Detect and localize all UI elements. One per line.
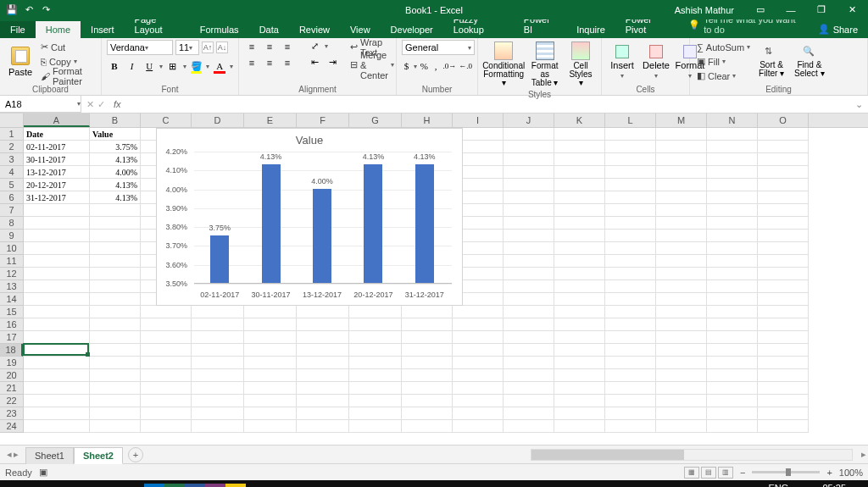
cell[interactable] (402, 306, 453, 318)
cell[interactable] (192, 420, 244, 433)
cell[interactable] (504, 395, 554, 407)
delete-cells-button[interactable]: Delete▾ (641, 40, 671, 84)
number-format-select[interactable]: General▾ (402, 40, 475, 55)
redo-icon[interactable]: ↷ (41, 5, 51, 15)
cell[interactable] (605, 191, 656, 204)
cell[interactable] (605, 369, 656, 382)
macro-record-icon[interactable]: ▣ (39, 467, 47, 478)
cell[interactable] (707, 268, 758, 280)
cell[interactable] (402, 331, 453, 344)
cell[interactable] (349, 331, 402, 344)
font-color-button[interactable]: A (212, 58, 227, 74)
cell[interactable] (24, 318, 90, 331)
column-header-A[interactable]: A (24, 113, 90, 127)
align-center-button[interactable]: ≡ (262, 56, 277, 69)
cell[interactable] (504, 357, 554, 369)
row-header-17[interactable]: 17 (0, 331, 23, 344)
cell[interactable] (402, 382, 453, 395)
spreadsheet-grid[interactable]: ABCDEFGHIJKLMNO 123456789101112131415161… (0, 113, 868, 445)
cell[interactable] (141, 344, 192, 357)
word-icon[interactable]: W (185, 484, 205, 487)
cell[interactable] (90, 369, 141, 382)
cell[interactable] (24, 420, 90, 433)
cell[interactable] (90, 357, 141, 369)
cell[interactable] (656, 407, 707, 420)
row-header-20[interactable]: 20 (0, 369, 23, 382)
cell[interactable] (90, 407, 141, 420)
decrease-decimal-button[interactable]: ←.0 (459, 58, 472, 74)
cell[interactable] (605, 128, 656, 141)
undo-icon[interactable]: ↶ (24, 5, 34, 15)
cell[interactable] (297, 420, 349, 433)
table-cell[interactable]: 31-12-2017 (24, 191, 90, 204)
cell[interactable] (656, 230, 707, 242)
fx-icon[interactable]: fx (110, 99, 125, 109)
cell[interactable] (707, 293, 758, 306)
cell[interactable] (504, 331, 554, 344)
cell[interactable] (349, 420, 402, 433)
cancel-formula-icon[interactable]: ✕ (86, 99, 94, 110)
cell[interactable] (24, 382, 90, 395)
cell[interactable] (453, 407, 504, 420)
table-cell[interactable]: 4.13% (90, 179, 141, 191)
sheet-tab-sheet1[interactable]: Sheet1 (25, 447, 74, 464)
cell[interactable] (192, 382, 244, 395)
cell[interactable] (707, 344, 758, 357)
cell[interactable] (192, 306, 244, 318)
cell[interactable] (349, 306, 402, 318)
shrink-font-button[interactable]: A↓ (216, 42, 228, 53)
cell[interactable] (297, 395, 349, 407)
cell[interactable] (90, 268, 141, 280)
close-icon[interactable]: ✕ (839, 0, 865, 19)
table-cell[interactable]: 02-11-2017 (24, 141, 90, 153)
cell[interactable] (656, 268, 707, 280)
format-painter-button[interactable]: 🖌Format Painter (39, 69, 96, 83)
cell[interactable] (297, 331, 349, 344)
cell[interactable] (758, 280, 809, 293)
cell[interactable] (453, 395, 504, 407)
cell[interactable] (504, 318, 554, 331)
cell[interactable] (297, 306, 349, 318)
cell[interactable] (656, 344, 707, 357)
chart-bar[interactable] (364, 164, 382, 283)
cell[interactable] (453, 344, 504, 357)
cell[interactable] (605, 420, 656, 433)
cell[interactable] (605, 318, 656, 331)
cell[interactable] (656, 318, 707, 331)
cell[interactable] (605, 230, 656, 242)
chart-bar[interactable] (415, 164, 434, 283)
cell[interactable] (758, 420, 809, 433)
file-explorer-icon[interactable]: 🗀 (115, 480, 144, 487)
table-cell[interactable]: 30-11-2017 (24, 153, 90, 166)
cell[interactable] (24, 268, 90, 280)
cell[interactable] (504, 268, 554, 280)
increase-decimal-button[interactable]: .0→ (442, 58, 456, 74)
cell[interactable] (244, 407, 297, 420)
row-header-4[interactable]: 4 (0, 166, 23, 179)
tab-review[interactable]: Review (289, 21, 340, 38)
add-sheet-button[interactable]: + (128, 447, 143, 462)
scroll-right-icon[interactable]: ▸ (861, 449, 866, 460)
cell[interactable] (656, 280, 707, 293)
cell[interactable] (504, 280, 554, 293)
cell[interactable] (554, 141, 605, 153)
align-bottom-button[interactable]: ≡ (280, 40, 295, 53)
enter-formula-icon[interactable]: ✓ (97, 99, 105, 110)
cell[interactable] (297, 382, 349, 395)
cell[interactable] (504, 293, 554, 306)
cell[interactable] (192, 395, 244, 407)
cell[interactable] (504, 369, 554, 382)
cell[interactable] (402, 318, 453, 331)
cell[interactable] (707, 217, 758, 230)
row-header-22[interactable]: 22 (0, 395, 23, 407)
cell[interactable] (758, 153, 809, 166)
cell[interactable] (758, 318, 809, 331)
cell[interactable] (90, 217, 141, 230)
outlook-icon[interactable]: O (144, 484, 164, 487)
cell[interactable] (707, 369, 758, 382)
cell[interactable] (758, 166, 809, 179)
cell[interactable] (554, 166, 605, 179)
cell[interactable] (504, 382, 554, 395)
cell[interactable] (244, 306, 297, 318)
cell[interactable] (758, 128, 809, 141)
